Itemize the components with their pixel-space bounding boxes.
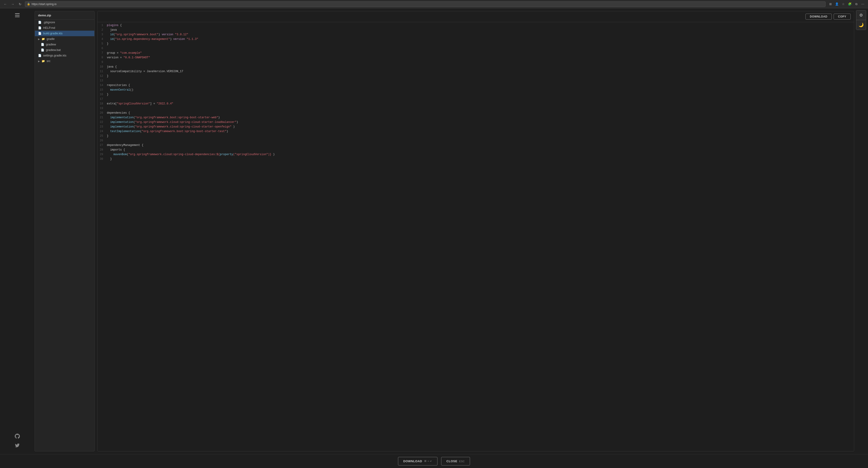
extensions2-button[interactable]: 🧩 [847,2,852,7]
file-item-settingsgradle[interactable]: 📄 settings.gradle.kts [35,53,94,58]
code-content[interactable]: 1plugins {2 java3 id("org.springframewor… [98,22,854,451]
file-item-help[interactable]: 📄 HELP.md [35,25,94,31]
hamburger-line-3 [15,16,20,17]
hamburger-menu-button[interactable] [13,11,22,20]
line-number: 13 [99,78,107,83]
code-line: 11 sourceCompatibility = JavaVersion.VER… [98,69,854,74]
line-number: 17 [99,97,107,101]
line-code: } [107,92,108,97]
line-code: repositories { [107,83,130,88]
extensions-button[interactable]: ⊞ [828,2,833,7]
split-button[interactable]: ⧉ [854,2,859,7]
file-item-gradlew[interactable]: 📄 gradlew [38,42,94,47]
line-number: 29 [99,152,107,157]
file-item-buildgradle[interactable]: 📄 build.gradle.kts [35,31,94,36]
content-row: demo.zip 📄 .gitignore 📄 HELP.md 📄 build.… [35,11,854,452]
file-item-gradlewbat[interactable]: 📄 gradlew.bat [38,47,94,53]
line-number: 25 [99,134,107,138]
sidebar [0,8,35,454]
bottom-download-button[interactable]: DOWNLOAD ⌘ + ↵ [398,457,437,465]
chevron-icon-gradle: ▶ [38,38,40,40]
url-text: https://start.spring.io [32,3,57,6]
file-icon-buildgradle: 📄 [38,32,41,35]
file-label-help: HELP.md [43,26,55,30]
code-line: 22 implementation("org.springframework.c… [98,120,854,125]
line-code: id("io.spring.dependency-management") ve… [107,37,198,41]
download-button[interactable]: DOWNLOAD [805,13,832,20]
code-line: 26 [98,138,854,143]
line-number: 11 [99,69,107,74]
line-code: group = "com.example" [107,51,142,55]
line-number: 24 [99,129,107,134]
line-number: 23 [99,125,107,129]
code-line: 16} [98,92,854,97]
file-label-settingsgradle: settings.gradle.kts [43,54,66,57]
line-number: 9 [99,60,107,65]
bookmark-button[interactable]: ☆ [841,2,846,7]
line-number: 20 [99,111,107,115]
folder-item-src[interactable]: ▶ 📁 src [35,58,94,64]
more-button[interactable]: ⋯ [860,2,865,7]
forward-button[interactable]: → [10,2,15,7]
folder-label-gradle: gradle [46,37,55,41]
line-code: } [107,41,108,46]
code-line: 1plugins { [98,23,854,28]
main-content: demo.zip 📄 .gitignore 📄 HELP.md 📄 build.… [35,8,868,454]
github-icon[interactable] [14,433,21,439]
line-number: 15 [99,88,107,92]
code-line: 9 [98,60,854,65]
browser-right-icons: ⊞ 👤 ☆ 🧩 ⧉ ⋯ [828,2,865,7]
line-code: version = "0.0.1-SNAPSHOT" [107,55,150,60]
code-line: 14repositories { [98,83,854,88]
code-line: 20dependencies { [98,111,854,115]
address-bar[interactable]: 🔒 https://start.spring.io [25,1,826,7]
hamburger-line-2 [15,15,20,15]
chevron-icon-src: ▶ [38,60,40,63]
download-shortcut: ⌘ + ↵ [424,460,432,463]
back-button[interactable]: ← [3,2,8,7]
line-number: 4 [99,37,107,41]
line-code: extra["springCloudVersion"] = "2022.0.4" [107,101,173,106]
profile-button[interactable]: 👤 [834,2,839,7]
zip-name: demo.zip [35,11,94,20]
code-line: 2 java [98,28,854,32]
settings-panel: ⚙ 🌙 [856,10,866,30]
line-code: sourceCompatibility = JavaVersion.VERSIO… [107,69,183,74]
refresh-button[interactable]: ↻ [18,2,23,7]
code-line: 18extra["springCloudVersion"] = "2022.0.… [98,101,854,106]
file-label-buildgradle: build.gradle.kts [43,32,63,35]
code-line: 27dependencyManagement { [98,143,854,147]
folder-icon-src: 📁 [41,60,45,63]
code-line: 25} [98,134,854,138]
line-code: java [107,28,117,32]
bottom-close-button[interactable]: CLOSE ESC [441,457,470,465]
line-number: 12 [99,74,107,78]
line-number: 1 [99,23,107,28]
line-code: testImplementation("org.springframework.… [107,129,228,134]
file-item-gitignore[interactable]: 📄 .gitignore [35,20,94,25]
line-code: implementation("org.springframework.clou… [107,125,235,129]
browser-chrome: ← → ↻ 🔒 https://start.spring.io ⊞ 👤 ☆ 🧩 … [0,0,868,8]
line-number: 21 [99,115,107,120]
file-icon-settingsgradle: 📄 [38,54,41,57]
code-line: 6 [98,46,854,51]
line-number: 27 [99,143,107,147]
file-explorer: demo.zip 📄 .gitignore 📄 HELP.md 📄 build.… [35,11,95,452]
line-number: 18 [99,101,107,106]
line-number: 16 [99,92,107,97]
file-icon-help: 📄 [38,26,41,30]
folder-label-src: src [46,60,51,63]
code-panel: DOWNLOAD COPY 1plugins {2 java3 id("org.… [97,11,854,452]
line-code: plugins { [107,23,122,28]
dark-mode-button[interactable]: 🌙 [856,20,866,30]
close-shortcut: ESC [459,460,465,463]
twitter-icon[interactable] [14,442,21,448]
code-line: 28 imports { [98,147,854,152]
gear-button[interactable]: ⚙ [856,10,866,20]
line-number: 22 [99,120,107,125]
code-line: 15 mavenCentral() [98,88,854,92]
code-line: 12} [98,74,854,78]
line-number: 10 [99,65,107,69]
folder-item-gradle[interactable]: ▶ 📁 gradle [35,36,94,42]
copy-button[interactable]: COPY [834,13,851,20]
